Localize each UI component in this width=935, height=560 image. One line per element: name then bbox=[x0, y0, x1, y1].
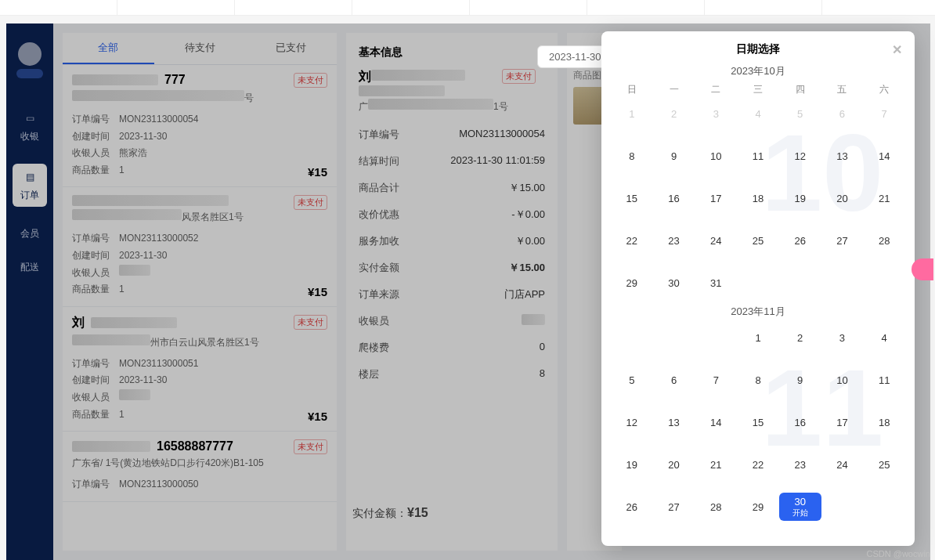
calendar-day[interactable]: 8 bbox=[611, 142, 653, 170]
float-action-icon[interactable] bbox=[912, 258, 933, 280]
month-label: 2023年10月 bbox=[611, 64, 905, 78]
calendar-day[interactable]: 9 bbox=[653, 142, 695, 170]
calendar-day[interactable]: 19 bbox=[779, 184, 821, 212]
calendar-day[interactable]: 15 bbox=[611, 184, 653, 212]
calendar-day[interactable]: 2 bbox=[779, 323, 821, 352]
calendar-day[interactable]: 28 bbox=[863, 226, 905, 255]
calendar-day[interactable]: 30 bbox=[653, 269, 695, 297]
calendar-day[interactable]: 22 bbox=[611, 226, 653, 255]
calendar-day[interactable]: 17 bbox=[821, 408, 864, 436]
calendar-grid-nov: 1234567891011121314151617181920212223242… bbox=[611, 323, 905, 521]
calendar-day[interactable]: 24 bbox=[695, 226, 737, 255]
calendar-day[interactable]: 29 bbox=[737, 493, 779, 521]
calendar-day[interactable]: 13 bbox=[821, 142, 864, 170]
calendar-day[interactable]: 19 bbox=[611, 450, 653, 479]
calendar-day[interactable]: 16 bbox=[779, 408, 821, 436]
calendar-day[interactable]: 6 bbox=[653, 366, 695, 394]
calendar-day[interactable]: 24 bbox=[821, 450, 864, 479]
calendar-day[interactable]: 4 bbox=[863, 323, 905, 352]
calendar-day[interactable]: 5 bbox=[779, 99, 821, 128]
calendar-day[interactable]: 15 bbox=[737, 408, 779, 436]
calendar-day[interactable]: 29 bbox=[611, 269, 653, 297]
calendar-day[interactable]: 7 bbox=[695, 366, 737, 394]
calendar-grid-oct: 1234567891011121314151617181920212223242… bbox=[611, 99, 905, 297]
calendar-day[interactable]: 20 bbox=[653, 450, 695, 479]
calendar-day[interactable] bbox=[695, 323, 737, 352]
calendar-day[interactable]: 4 bbox=[737, 99, 779, 128]
calendar-day[interactable]: 10 bbox=[821, 366, 864, 394]
calendar-day[interactable]: 25 bbox=[863, 450, 905, 479]
calendar-day[interactable]: 3 bbox=[821, 323, 864, 352]
close-icon[interactable]: ✕ bbox=[892, 42, 902, 57]
top-tabs bbox=[0, 0, 935, 16]
watermark: CSDN @wocwin bbox=[867, 549, 930, 558]
calendar-day[interactable]: 12 bbox=[611, 408, 653, 436]
calendar-day[interactable]: 21 bbox=[863, 184, 905, 212]
calendar-day[interactable]: 6 bbox=[821, 99, 864, 128]
calendar-day[interactable]: 2 bbox=[653, 99, 695, 128]
calendar-day[interactable]: 11 bbox=[863, 366, 905, 394]
calendar-day[interactable]: 27 bbox=[821, 226, 864, 255]
calendar-day[interactable]: 25 bbox=[737, 226, 779, 255]
calendar-day[interactable]: 5 bbox=[611, 366, 653, 394]
calendar-day[interactable]: 18 bbox=[863, 408, 905, 436]
calendar-day[interactable]: 12 bbox=[779, 142, 821, 170]
calendar-day[interactable]: 14 bbox=[863, 142, 905, 170]
calendar-day[interactable]: 17 bbox=[695, 184, 737, 212]
total-bar: 实付金额：¥15 bbox=[352, 506, 428, 521]
calendar-day[interactable]: 21 bbox=[695, 450, 737, 479]
calendar-day[interactable]: 1 bbox=[611, 99, 653, 128]
calendar-day[interactable]: 23 bbox=[779, 450, 821, 479]
calendar-day[interactable]: 26 bbox=[779, 226, 821, 255]
calendar-day[interactable]: 18 bbox=[737, 184, 779, 212]
calendar-day[interactable]: 9 bbox=[779, 366, 821, 394]
calendar-day[interactable]: 30开始 bbox=[779, 493, 821, 521]
calendar-day[interactable]: 13 bbox=[653, 408, 695, 436]
calendar-day[interactable]: 20 bbox=[821, 184, 864, 212]
calendar-day[interactable]: 8 bbox=[737, 366, 779, 394]
calendar-day[interactable] bbox=[653, 323, 695, 352]
calendar-day[interactable]: 23 bbox=[653, 226, 695, 255]
calendar-day[interactable]: 26 bbox=[611, 493, 653, 521]
calendar-day[interactable]: 3 bbox=[695, 99, 737, 128]
calendar-day[interactable] bbox=[611, 323, 653, 352]
calendar-day[interactable]: 10 bbox=[695, 142, 737, 170]
calendar-day[interactable]: 11 bbox=[737, 142, 779, 170]
calendar-day[interactable]: 1 bbox=[737, 323, 779, 352]
calendar-day[interactable]: 16 bbox=[653, 184, 695, 212]
calendar-day[interactable]: 7 bbox=[863, 99, 905, 128]
calendar-day[interactable]: 27 bbox=[653, 493, 695, 521]
date-picker-panel: 日期选择 ✕ 10 11 2023年10月 日一二三四五六 1234567891… bbox=[601, 31, 915, 546]
month-label: 2023年11月 bbox=[611, 305, 905, 319]
calendar-day[interactable]: 31 bbox=[695, 269, 737, 297]
calendar-day[interactable]: 22 bbox=[737, 450, 779, 479]
day-of-week-row: 日一二三四五六 bbox=[611, 83, 905, 96]
date-picker-title: 日期选择 bbox=[736, 42, 780, 55]
calendar-day[interactable]: 28 bbox=[695, 493, 737, 521]
calendar-day[interactable]: 14 bbox=[695, 408, 737, 436]
